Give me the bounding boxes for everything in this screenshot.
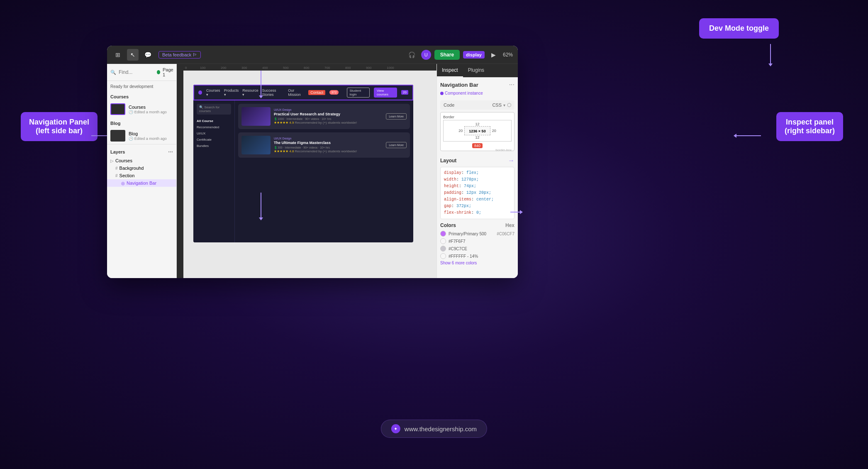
url-bar: ✦ www.thedesignership.com (381, 420, 487, 438)
comment-icon[interactable]: 💬 (142, 49, 154, 61)
layer-navigation-bar[interactable]: ◎ Navigation Bar (107, 179, 176, 187)
ruler-left (177, 71, 183, 278)
zoom-level[interactable]: 62% (503, 52, 513, 58)
code-section-header: Code CSS ▾ ⬡ (440, 100, 514, 110)
move-tool-icon[interactable]: ↖ (127, 49, 139, 61)
left-panel: 🔍 Page 1 Ready for development Courses C… (107, 64, 177, 278)
color-name-3: #C9C7CE (449, 247, 514, 251)
arrow-bottom (259, 193, 263, 220)
padding-right: 20 (492, 129, 496, 133)
canvas-card-meta-2: 💲300 · Intermediate · 90+ videos · 10+ h… (274, 146, 383, 149)
canvas-course-card-2: UI/UX Design The Ultimate Figma Mastercl… (238, 132, 410, 158)
layer-background[interactable]: # Backgrouhd (107, 164, 176, 172)
tab-inspect[interactable]: Inspect (437, 64, 463, 77)
code-type-label: CSS (492, 103, 502, 107)
canvas-filter-certificate[interactable]: Certificate (197, 137, 231, 143)
blog-page-item[interactable]: Blog 🕒 Edited a month ago (107, 127, 176, 144)
layout-title: Layout → (440, 157, 514, 164)
canvas-frame: Courses ✓ Ready for dev Courses ▾ Produc… (193, 85, 413, 242)
canvas-card-btn-2[interactable]: Learn More (386, 142, 407, 148)
blog-page-time: 🕒 Edited a month ago (129, 136, 167, 141)
figma-toolbar: ⊞ ↖ 💬 Beta feedback 🏳 🎧 U Share display … (107, 46, 518, 64)
page-name-label: Page 1 (163, 67, 174, 77)
code-dropdown-icon[interactable]: ▾ (503, 103, 505, 107)
code-copy-icon[interactable]: ⬡ (507, 102, 511, 108)
canvas-card-rating-1: ★★★★★ 4.9 Recommended by (+) students wo… (274, 121, 383, 125)
page-indicator (157, 70, 160, 74)
canvas-badge-count: 372 (329, 90, 338, 95)
dev-mode-icon[interactable]: display (463, 51, 485, 59)
canvas-filter-bundles[interactable]: Bundles (197, 143, 231, 149)
canvas-search-box[interactable]: 🔍 Search for courses (197, 104, 231, 115)
figma-menu-icon[interactable]: ⊞ (112, 49, 124, 61)
right-panel-arrow (510, 212, 520, 213)
user-avatar: U (421, 50, 431, 60)
code-section: Code CSS ▾ ⬡ Border 12 20 (437, 100, 518, 157)
css-line-display: display: flex; (444, 170, 511, 176)
canvas-filter-recommended[interactable]: Recommended (197, 124, 231, 130)
right-panel-arrow-head (520, 210, 523, 214)
canvas-extra-badge: 20 (401, 90, 408, 95)
color-swatch-2 (440, 238, 446, 244)
layer-courses[interactable]: ▷ Courses (107, 157, 176, 164)
canvas-area: 0 100 200 300 400 500 600 700 800 900 10… (177, 64, 436, 278)
beta-feedback-button[interactable]: Beta feedback 🏳 (158, 51, 201, 59)
blog-page-name: Blog (129, 131, 167, 136)
canvas-course-sidebar: 🔍 Search for courses All Course Recommen… (193, 100, 235, 242)
color-swatch-1 (440, 231, 446, 237)
color-name-4: #FFFFFF - 14% (449, 254, 514, 259)
css-line-padding: padding: 12px 20px; (444, 190, 511, 196)
layer-section-icon: # (115, 173, 118, 178)
url-text: www.thedesignership.com (405, 425, 477, 432)
layer-section[interactable]: # Section (107, 172, 176, 179)
canvas-link-courses: Courses ▾ (206, 88, 221, 97)
canvas-card-btn-1[interactable]: Learn More (386, 113, 407, 120)
share-button[interactable]: Share (434, 50, 460, 60)
box-size-inner: 1236 × 50 (464, 126, 490, 135)
component-dot (440, 92, 444, 95)
play-icon[interactable]: ▶ (488, 49, 500, 61)
canvas-filter-all[interactable]: All Course (197, 118, 231, 124)
canvas-link-contact: Contact (308, 90, 325, 95)
color-name-2: #F7F6F7 (449, 239, 514, 244)
canvas-course-main: UI/UX Design Practical User Research and… (235, 100, 413, 242)
canvas-card-img-1 (241, 107, 271, 126)
layout-section: Layout → display: flex; width: 1278px; h… (437, 157, 518, 222)
canvas-link-products: Products ▾ (224, 88, 239, 97)
color-hex-1: #C06CF7 (497, 232, 514, 236)
layers-header: Layers ··· (107, 147, 176, 157)
canvas-nav-links: Courses ▾ Products ▾ Resource ▾ Success … (206, 88, 325, 97)
canvas-link-resource: Resource ▾ (242, 88, 258, 97)
color-row-3: #C9C7CE (440, 246, 514, 252)
colors-section: Colors Hex Primary/Primary 500 #C06CF7 #… (437, 222, 518, 265)
search-bar[interactable]: 🔍 Page 1 (107, 64, 176, 81)
inspect-component-section: Navigation Bar ··· Component instance (437, 78, 518, 99)
inspect-panel-arrow (736, 135, 761, 136)
layers-options-icon[interactable]: ··· (168, 149, 173, 155)
layer-courses-icon: ▷ (110, 159, 114, 163)
blog-thumbnail (110, 130, 125, 142)
css-line-align: align-items: center; (444, 196, 511, 203)
canvas-filter-uiux[interactable]: UI/UX (197, 130, 231, 137)
color-name-1: Primary/Primary 500 (449, 232, 494, 236)
show-more-colors[interactable]: Show 6 more colors (440, 261, 514, 265)
tab-plugins[interactable]: Plugins (463, 64, 489, 77)
canvas-card-meta-1: 💲1000 · Intermediate · 90+ videos · 10+ … (274, 117, 383, 121)
layout-arrow-icon[interactable]: → (508, 157, 514, 164)
headphone-icon[interactable]: 🎧 (406, 49, 418, 61)
component-options-icon[interactable]: ··· (509, 81, 514, 88)
search-input[interactable] (119, 69, 152, 75)
canvas-card-title-2: The Ultimate Figma Masterclass (274, 141, 383, 145)
border-box-label: border-box (495, 148, 512, 152)
arrow-top (259, 71, 263, 98)
layers-section: Layers ··· ▷ Courses # Backgrouhd # Sect… (107, 144, 176, 189)
canvas-view-courses: View courses (374, 88, 397, 98)
courses-thumbnail (110, 103, 125, 115)
courses-page-item[interactable]: Courses 🕒 Edited a month ago (107, 101, 176, 117)
canvas-navbar-container: Courses ▾ Products ▾ Resource ▾ Success … (193, 85, 413, 100)
padding-left: 20 (458, 129, 463, 133)
component-name: Navigation Bar (440, 82, 478, 88)
component-header: Navigation Bar ··· (440, 81, 514, 88)
color-row-1: Primary/Primary 500 #C06CF7 (440, 231, 514, 237)
colors-title: Colors Hex (440, 222, 514, 228)
